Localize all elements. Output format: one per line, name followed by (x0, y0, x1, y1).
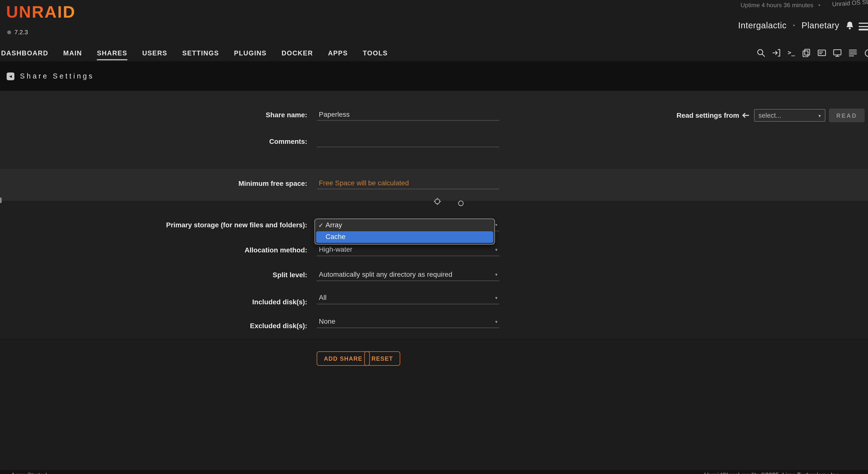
nav-item-tools[interactable]: TOOLS (363, 44, 388, 60)
primary-storage-dropdown: ✓ Array Cache (314, 218, 495, 245)
server-name: Intergalactic (738, 21, 787, 30)
share-name-label: Share name: (0, 111, 307, 119)
chevron-down-icon: ▼ (494, 273, 498, 277)
server-description: Planetary (802, 21, 839, 30)
bullet-separator: • (793, 22, 795, 28)
chevron-down-icon: ▼ (494, 320, 498, 324)
arrow-left-icon (741, 111, 750, 121)
bullet-separator: • (818, 2, 820, 8)
dropdown-option-label: Array (326, 222, 342, 229)
copy-icon[interactable] (802, 49, 810, 57)
back-icon[interactable]: ◂ (7, 72, 14, 80)
included-disks-value: All (319, 294, 327, 302)
nav-item-main[interactable]: MAIN (63, 44, 82, 60)
split-level-value: Automatically split any directory as req… (319, 271, 453, 278)
os-badge-text: Unraid OS Stor (832, 0, 868, 7)
page-titlebar: ◂ Share Settings (0, 61, 868, 91)
log-icon[interactable] (848, 49, 857, 57)
allocation-method-label: Allocation method: (0, 246, 307, 254)
content-band-actions (0, 339, 868, 470)
included-disks-select[interactable]: All ▼ (317, 292, 499, 304)
min-free-space-input[interactable] (317, 177, 499, 189)
toolbar-icons: >_ (757, 44, 868, 61)
nav-item-dashboard[interactable]: DASHBOARD (1, 44, 48, 60)
circle-marker-icon (458, 199, 464, 209)
content-band-name (0, 91, 868, 169)
dropdown-option-cache[interactable]: Cache (316, 231, 493, 243)
allocation-method-select[interactable]: High-water ▼ (317, 244, 499, 256)
chevron-down-icon: ▼ (494, 223, 498, 227)
read-settings-label: Read settings from (677, 112, 739, 120)
add-share-button[interactable]: ADD SHARE (317, 351, 370, 366)
read-settings-select[interactable]: select... ▼ (754, 109, 825, 122)
page-title: Share Settings (20, 72, 94, 80)
search-icon[interactable] (757, 49, 765, 57)
excluded-disks-label: Excluded disk(s): (0, 322, 307, 330)
split-level-label: Split level: (0, 271, 307, 279)
allocation-method-value: High-water (319, 246, 352, 253)
header: UNRAID 7.2.3 Uptime 4 hours 36 minutes •… (0, 0, 868, 44)
chevron-down-icon: ▼ (818, 114, 822, 118)
included-disks-label: Included disk(s): (0, 298, 307, 306)
nav-item-users[interactable]: USERS (142, 44, 167, 60)
chevron-down-icon: ▼ (494, 296, 498, 300)
footer: Array Started Unraid®legal credits ©2025… (0, 470, 868, 474)
nav-item-settings[interactable]: SETTINGS (182, 44, 219, 60)
read-settings-select-value: select... (758, 112, 781, 120)
array-status-link[interactable]: Array Started (11, 472, 47, 474)
comments-input[interactable] (317, 135, 499, 147)
nav-item-docker[interactable]: DOCKER (282, 44, 313, 60)
version-line: 7.2.3 (7, 29, 28, 36)
share-name-input[interactable] (317, 108, 499, 121)
crosshair-icon (434, 198, 441, 207)
comments-label: Comments: (0, 138, 307, 145)
read-button[interactable]: READ (829, 108, 865, 123)
monitor-icon[interactable] (833, 49, 841, 57)
dropdown-option-label: Cache (326, 233, 345, 241)
left-edge-marker (0, 198, 2, 203)
nav-item-apps[interactable]: APPS (328, 44, 348, 60)
legal-text: Unraid®legal credits ©2025, Lime Technol… (704, 472, 841, 474)
reset-button[interactable]: RESET (364, 351, 400, 366)
excluded-disks-value: None (319, 317, 336, 325)
check-icon: ✓ (318, 219, 323, 231)
uptime-line: Uptime 4 hours 36 minutes • (741, 2, 820, 8)
split-level-select[interactable]: Automatically split any directory as req… (317, 269, 499, 281)
help-icon[interactable] (864, 48, 868, 57)
notifications-bell-icon[interactable] (845, 21, 854, 31)
server-identity: Intergalactic • Planetary (738, 21, 839, 30)
terminal-icon[interactable]: >_ (788, 49, 795, 57)
excluded-disks-select[interactable]: None ▼ (317, 316, 499, 328)
version-dot-icon (7, 30, 11, 34)
version-label: 7.2.3 (14, 29, 28, 36)
main-navbar: DASHBOARD MAIN SHARES USERS SETTINGS PLU… (0, 44, 868, 61)
unraid-webgui: UNRAID 7.2.3 Uptime 4 hours 36 minutes •… (0, 0, 868, 474)
logout-icon[interactable] (772, 49, 780, 57)
nav-item-shares[interactable]: SHARES (97, 44, 127, 60)
min-free-space-label: Minimum free space: (0, 180, 307, 188)
primary-storage-label: Primary storage (for new files and folde… (0, 222, 307, 229)
nav-item-plugins[interactable]: PLUGINS (234, 44, 267, 60)
console-icon[interactable] (818, 49, 826, 57)
dropdown-option-array[interactable]: ✓ Array (315, 219, 494, 231)
unraid-logo: UNRAID (6, 3, 75, 22)
menu-hamburger-icon[interactable] (859, 23, 868, 32)
uptime-text: Uptime 4 hours 36 minutes (741, 2, 813, 8)
chevron-down-icon: ▼ (494, 248, 498, 252)
